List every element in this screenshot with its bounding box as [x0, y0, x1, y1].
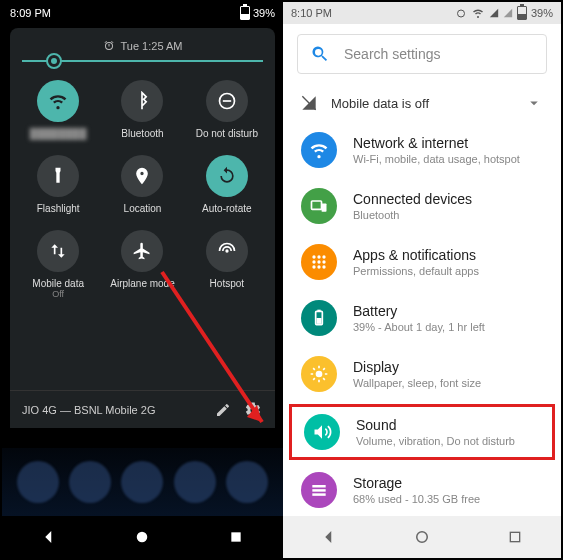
tile-flashlight[interactable]: Flashlight — [18, 149, 98, 220]
tile-label: Flashlight — [37, 203, 80, 214]
status-time: 8:09 PM — [10, 7, 51, 19]
signal-icon — [489, 7, 499, 19]
data-icon — [37, 230, 79, 272]
setting-subtitle: Bluetooth — [353, 209, 472, 221]
location-icon — [121, 155, 163, 197]
navigation-bar — [283, 516, 561, 558]
setting-subtitle: Wallpaper, sleep, font size — [353, 377, 481, 389]
alarm-icon — [455, 7, 467, 19]
home-button[interactable] — [131, 526, 153, 548]
hotspot-icon — [206, 230, 248, 272]
svg-point-13 — [317, 260, 320, 263]
svg-rect-5 — [231, 532, 240, 541]
quick-settings-screenshot: 8:09 PM 39% Tue 1:25 AM ████████Bluetoot… — [2, 2, 283, 558]
brightness-thumb[interactable] — [46, 53, 62, 69]
dnd-icon — [206, 80, 248, 122]
status-bar: 8:10 PM 39% — [283, 2, 561, 24]
setting-subtitle: 68% used - 10.35 GB free — [353, 493, 480, 505]
tile-label: Mobile data — [32, 278, 84, 289]
back-button[interactable] — [318, 526, 340, 548]
setting-title: Storage — [353, 475, 480, 491]
recents-button[interactable] — [225, 526, 247, 548]
signal-off-icon — [301, 95, 317, 111]
svg-rect-8 — [322, 204, 327, 212]
wifi-icon — [471, 7, 485, 19]
svg-rect-20 — [317, 318, 322, 324]
svg-point-10 — [317, 255, 320, 258]
svg-rect-23 — [312, 489, 325, 492]
rotate-icon — [206, 155, 248, 197]
battery-pct: 39% — [531, 7, 553, 19]
svg-rect-19 — [317, 310, 320, 312]
tile-label: Bluetooth — [121, 128, 163, 139]
tile-rotate[interactable]: Auto-rotate — [187, 149, 267, 220]
tile-location[interactable]: Location — [102, 149, 182, 220]
tile-label: Auto-rotate — [202, 203, 251, 214]
storage-icon — [301, 472, 337, 508]
battery-pct: 39% — [253, 7, 275, 19]
setting-battery[interactable]: Battery39% - About 1 day, 1 hr left — [283, 290, 561, 346]
settings-screenshot: 8:10 PM 39% Search settings Mobile data … — [283, 2, 561, 558]
setting-subtitle: 39% - About 1 day, 1 hr left — [353, 321, 485, 333]
svg-point-14 — [322, 260, 325, 263]
brightness-slider[interactable] — [10, 60, 275, 70]
home-dock — [2, 448, 283, 516]
svg-point-15 — [312, 265, 315, 268]
svg-point-1 — [225, 249, 228, 252]
setting-subtitle: Permissions, default apps — [353, 265, 479, 277]
tile-label: Hotspot — [210, 278, 244, 289]
setting-apps[interactable]: Apps & notificationsPermissions, default… — [283, 234, 561, 290]
setting-display[interactable]: DisplayWallpaper, sleep, font size — [283, 346, 561, 402]
tile-label: Do not disturb — [196, 128, 258, 139]
svg-point-17 — [322, 265, 325, 268]
search-icon — [310, 44, 330, 64]
recents-button[interactable] — [504, 526, 526, 548]
wifi-ssid: ████████ — [30, 128, 87, 139]
tile-dnd[interactable]: Do not disturb — [187, 74, 267, 145]
chevron-down-icon[interactable] — [525, 94, 543, 112]
setting-title: Display — [353, 359, 481, 375]
bluetooth-icon — [121, 80, 163, 122]
svg-point-16 — [317, 265, 320, 268]
search-input[interactable]: Search settings — [297, 34, 547, 74]
tile-bluetooth[interactable]: Bluetooth — [102, 74, 182, 145]
mobile-data-banner[interactable]: Mobile data is off — [283, 84, 561, 122]
back-button[interactable] — [38, 526, 60, 548]
battery-icon — [240, 6, 250, 20]
carrier-text: JIO 4G — BSNL Mobile 2G — [22, 404, 155, 416]
svg-point-12 — [312, 260, 315, 263]
wifi-icon — [37, 80, 79, 122]
home-button[interactable] — [411, 526, 433, 548]
tile-label: Airplane mode — [110, 278, 174, 289]
devices-icon — [301, 188, 337, 224]
apps-icon — [301, 244, 337, 280]
tile-airplane[interactable]: Airplane mode — [102, 224, 182, 305]
display-icon — [301, 356, 337, 392]
setting-title: Connected devices — [353, 191, 472, 207]
svg-point-4 — [137, 532, 148, 543]
status-time: 8:10 PM — [291, 7, 332, 19]
tile-hotspot[interactable]: Hotspot — [187, 224, 267, 305]
setting-sound[interactable]: SoundVolume, vibration, Do not disturb — [289, 404, 555, 460]
status-bar: 8:09 PM 39% — [2, 2, 283, 24]
edit-icon[interactable] — [213, 400, 233, 420]
tile-wifi[interactable]: ████████ — [18, 74, 98, 145]
panel-footer: JIO 4G — BSNL Mobile 2G — [10, 390, 275, 428]
gear-icon[interactable] — [243, 400, 263, 420]
svg-rect-22 — [312, 485, 325, 488]
setting-wifi[interactable]: Network & internetWi-Fi, mobile, data us… — [283, 122, 561, 178]
setting-subtitle: Wi-Fi, mobile, data usage, hotspot — [353, 153, 520, 165]
navigation-bar — [2, 516, 283, 558]
setting-title: Battery — [353, 303, 485, 319]
svg-point-21 — [316, 371, 323, 378]
wifi-icon — [301, 132, 337, 168]
setting-storage[interactable]: Storage68% used - 10.35 GB free — [283, 462, 561, 518]
signal-icon — [503, 7, 513, 19]
setting-devices[interactable]: Connected devicesBluetooth — [283, 178, 561, 234]
svg-point-11 — [322, 255, 325, 258]
setting-title: Sound — [356, 417, 515, 433]
battery-icon — [301, 300, 337, 336]
tile-data[interactable]: Mobile dataOff — [18, 224, 98, 305]
svg-point-6 — [457, 10, 464, 17]
svg-rect-26 — [510, 532, 519, 541]
